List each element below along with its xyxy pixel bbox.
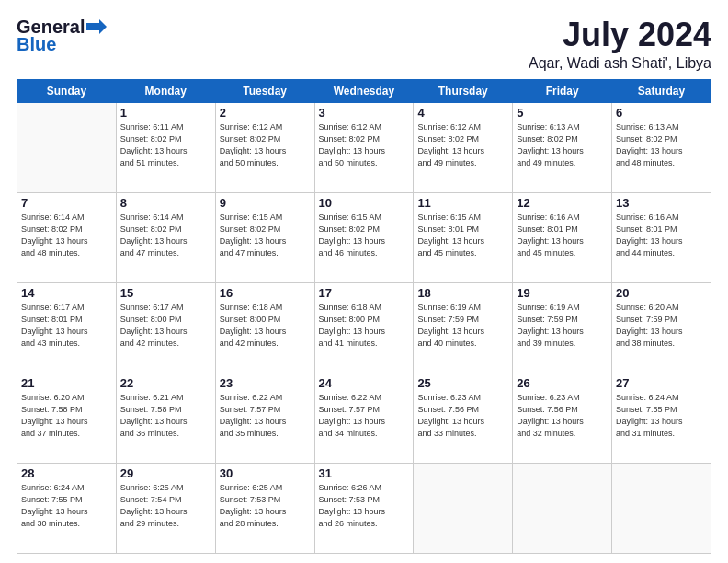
day-number: 27: [616, 376, 707, 390]
weekday-header: Tuesday: [215, 79, 314, 102]
calendar-day-cell: 27Sunrise: 6:24 AM Sunset: 7:55 PM Dayli…: [612, 373, 711, 463]
calendar-day-cell: 29Sunrise: 6:25 AM Sunset: 7:54 PM Dayli…: [116, 463, 215, 553]
calendar-day-cell: 31Sunrise: 6:26 AM Sunset: 7:53 PM Dayli…: [314, 463, 414, 553]
day-info: Sunrise: 6:23 AM Sunset: 7:56 PM Dayligh…: [417, 392, 508, 440]
day-number: 13: [616, 196, 707, 210]
calendar-day-cell: 30Sunrise: 6:25 AM Sunset: 7:53 PM Dayli…: [215, 463, 314, 553]
calendar-week-row: 28Sunrise: 6:24 AM Sunset: 7:55 PM Dayli…: [17, 463, 711, 553]
day-number: 12: [517, 196, 608, 210]
day-number: 15: [120, 286, 211, 300]
day-number: 16: [220, 286, 311, 300]
day-info: Sunrise: 6:25 AM Sunset: 7:54 PM Dayligh…: [120, 482, 211, 530]
calendar-day-cell: [612, 463, 711, 553]
day-number: 20: [616, 286, 707, 300]
day-number: 30: [220, 466, 311, 480]
calendar-day-cell: 11Sunrise: 6:15 AM Sunset: 8:01 PM Dayli…: [414, 192, 513, 282]
day-number: 19: [517, 286, 608, 300]
day-info: Sunrise: 6:12 AM Sunset: 8:02 PM Dayligh…: [220, 121, 311, 169]
day-number: 2: [220, 106, 311, 120]
calendar-day-cell: 15Sunrise: 6:17 AM Sunset: 8:00 PM Dayli…: [116, 282, 215, 373]
weekday-header: Friday: [513, 79, 612, 102]
calendar-day-cell: [414, 463, 513, 553]
subtitle: Aqar, Wadi ash Shati', Libya: [529, 55, 711, 72]
day-info: Sunrise: 6:21 AM Sunset: 7:58 PM Dayligh…: [120, 392, 211, 440]
calendar-day-cell: 1Sunrise: 6:11 AM Sunset: 8:02 PM Daylig…: [116, 102, 215, 192]
calendar-week-row: 14Sunrise: 6:17 AM Sunset: 8:01 PM Dayli…: [17, 282, 711, 373]
day-number: 29: [120, 466, 211, 480]
calendar-day-cell: 24Sunrise: 6:22 AM Sunset: 7:57 PM Dayli…: [314, 373, 414, 463]
day-info: Sunrise: 6:25 AM Sunset: 7:53 PM Dayligh…: [220, 482, 311, 530]
day-info: Sunrise: 6:11 AM Sunset: 8:02 PM Dayligh…: [120, 121, 211, 169]
calendar-day-cell: 25Sunrise: 6:23 AM Sunset: 7:56 PM Dayli…: [414, 373, 513, 463]
day-number: 25: [417, 376, 508, 390]
day-info: Sunrise: 6:18 AM Sunset: 8:00 PM Dayligh…: [319, 302, 410, 350]
day-info: Sunrise: 6:15 AM Sunset: 8:01 PM Dayligh…: [417, 212, 508, 259]
calendar-day-cell: 19Sunrise: 6:19 AM Sunset: 7:59 PM Dayli…: [513, 282, 612, 373]
day-info: Sunrise: 6:14 AM Sunset: 8:02 PM Dayligh…: [120, 212, 211, 259]
day-info: Sunrise: 6:16 AM Sunset: 8:01 PM Dayligh…: [517, 212, 608, 259]
day-info: Sunrise: 6:17 AM Sunset: 8:01 PM Dayligh…: [21, 302, 112, 350]
day-info: Sunrise: 6:14 AM Sunset: 8:02 PM Dayligh…: [21, 212, 112, 259]
calendar-day-cell: 12Sunrise: 6:16 AM Sunset: 8:01 PM Dayli…: [513, 192, 612, 282]
calendar-week-row: 1Sunrise: 6:11 AM Sunset: 8:02 PM Daylig…: [17, 102, 711, 192]
main-title: July 2024: [529, 17, 711, 53]
calendar-day-cell: 17Sunrise: 6:18 AM Sunset: 8:00 PM Dayli…: [314, 282, 414, 373]
day-number: 5: [517, 106, 608, 120]
day-number: 14: [21, 286, 112, 300]
day-number: 23: [220, 376, 311, 390]
day-info: Sunrise: 6:24 AM Sunset: 7:55 PM Dayligh…: [616, 392, 707, 440]
day-info: Sunrise: 6:26 AM Sunset: 7:53 PM Dayligh…: [319, 482, 410, 530]
calendar-day-cell: 10Sunrise: 6:15 AM Sunset: 8:02 PM Dayli…: [314, 192, 414, 282]
calendar-day-cell: 18Sunrise: 6:19 AM Sunset: 7:59 PM Dayli…: [414, 282, 513, 373]
calendar-day-cell: 6Sunrise: 6:13 AM Sunset: 8:02 PM Daylig…: [612, 102, 711, 192]
calendar-week-row: 7Sunrise: 6:14 AM Sunset: 8:02 PM Daylig…: [17, 192, 711, 282]
day-number: 22: [120, 376, 211, 390]
logo-blue: Blue: [17, 34, 56, 55]
calendar-day-cell: 4Sunrise: 6:12 AM Sunset: 8:02 PM Daylig…: [414, 102, 513, 192]
day-info: Sunrise: 6:12 AM Sunset: 8:02 PM Dayligh…: [319, 121, 410, 169]
day-info: Sunrise: 6:18 AM Sunset: 8:00 PM Dayligh…: [220, 302, 311, 350]
calendar-table: SundayMondayTuesdayWednesdayThursdayFrid…: [17, 79, 711, 554]
calendar-day-cell: 22Sunrise: 6:21 AM Sunset: 7:58 PM Dayli…: [116, 373, 215, 463]
calendar-day-cell: 3Sunrise: 6:12 AM Sunset: 8:02 PM Daylig…: [314, 102, 414, 192]
day-number: 3: [319, 106, 410, 120]
weekday-header: Thursday: [414, 79, 513, 102]
calendar-day-cell: 8Sunrise: 6:14 AM Sunset: 8:02 PM Daylig…: [116, 192, 215, 282]
day-number: 6: [616, 106, 707, 120]
svg-marker-0: [86, 19, 107, 34]
logo: General Blue: [17, 17, 107, 55]
day-number: 11: [417, 196, 508, 210]
calendar-day-cell: 26Sunrise: 6:23 AM Sunset: 7:56 PM Dayli…: [513, 373, 612, 463]
day-info: Sunrise: 6:15 AM Sunset: 8:02 PM Dayligh…: [319, 212, 410, 259]
page: General Blue July 2024 Aqar, Wadi ash Sh…: [0, 0, 728, 563]
day-number: 28: [21, 466, 112, 480]
day-number: 18: [417, 286, 508, 300]
calendar-day-cell: 28Sunrise: 6:24 AM Sunset: 7:55 PM Dayli…: [17, 463, 117, 553]
day-number: 24: [319, 376, 410, 390]
day-info: Sunrise: 6:17 AM Sunset: 8:00 PM Dayligh…: [120, 302, 211, 350]
calendar-day-cell: 5Sunrise: 6:13 AM Sunset: 8:02 PM Daylig…: [513, 102, 612, 192]
day-number: 9: [220, 196, 311, 210]
weekday-header: Saturday: [612, 79, 711, 102]
calendar-day-cell: 14Sunrise: 6:17 AM Sunset: 8:01 PM Dayli…: [17, 282, 117, 373]
day-number: 10: [319, 196, 410, 210]
day-info: Sunrise: 6:19 AM Sunset: 7:59 PM Dayligh…: [417, 302, 508, 350]
day-number: 1: [120, 106, 211, 120]
day-info: Sunrise: 6:12 AM Sunset: 8:02 PM Dayligh…: [417, 121, 508, 169]
calendar-day-cell: [17, 102, 117, 192]
day-info: Sunrise: 6:19 AM Sunset: 7:59 PM Dayligh…: [517, 302, 608, 350]
weekday-header: Monday: [116, 79, 215, 102]
calendar-day-cell: 20Sunrise: 6:20 AM Sunset: 7:59 PM Dayli…: [612, 282, 711, 373]
day-info: Sunrise: 6:20 AM Sunset: 7:59 PM Dayligh…: [616, 302, 707, 350]
day-info: Sunrise: 6:22 AM Sunset: 7:57 PM Dayligh…: [319, 392, 410, 440]
day-number: 17: [319, 286, 410, 300]
day-number: 26: [517, 376, 608, 390]
day-info: Sunrise: 6:16 AM Sunset: 8:01 PM Dayligh…: [616, 212, 707, 259]
day-info: Sunrise: 6:13 AM Sunset: 8:02 PM Dayligh…: [616, 121, 707, 169]
header: General Blue July 2024 Aqar, Wadi ash Sh…: [17, 17, 711, 72]
calendar-day-cell: 23Sunrise: 6:22 AM Sunset: 7:57 PM Dayli…: [215, 373, 314, 463]
calendar-day-cell: 2Sunrise: 6:12 AM Sunset: 8:02 PM Daylig…: [215, 102, 314, 192]
calendar-day-cell: 13Sunrise: 6:16 AM Sunset: 8:01 PM Dayli…: [612, 192, 711, 282]
calendar-day-cell: 9Sunrise: 6:15 AM Sunset: 8:02 PM Daylig…: [215, 192, 314, 282]
title-block: July 2024 Aqar, Wadi ash Shati', Libya: [529, 17, 711, 72]
